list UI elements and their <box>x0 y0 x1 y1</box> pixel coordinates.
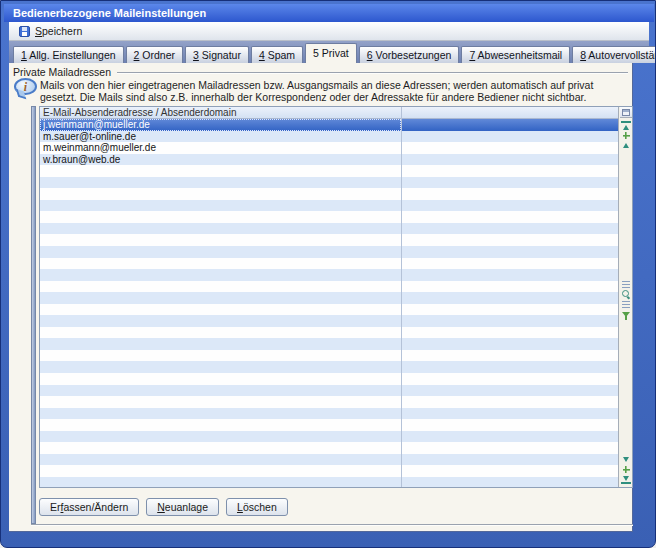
column-picker-icon <box>622 109 630 116</box>
table-column-header[interactable]: E-Mail-Absenderadresse / Absenderdomain <box>40 107 618 119</box>
table-row[interactable]: w.braun@web.de <box>40 154 618 166</box>
info-text: Mails von den hier eingetragenen Mailadr… <box>40 79 593 103</box>
table-row-empty[interactable] <box>40 177 618 189</box>
button-erfassen-ändern[interactable]: Erfassen/Ändern <box>39 498 139 516</box>
table-row-empty[interactable] <box>40 338 618 350</box>
scroll-down-icon[interactable] <box>621 455 631 464</box>
filter-icon[interactable] <box>621 310 631 319</box>
groupbox-header: Private Mailadressen <box>13 66 628 78</box>
table-row[interactable]: j.weinmann@mueller.de <box>40 119 618 131</box>
table-row-empty[interactable] <box>40 269 618 281</box>
table-scrollbar[interactable] <box>618 107 632 487</box>
table-row-empty[interactable] <box>40 246 618 258</box>
tab-abwesenheitsmail[interactable]: 7 Abwesenheitsmail <box>461 46 570 63</box>
table-row[interactable]: m.weinmann@mueller.de <box>40 142 618 154</box>
list-view-icon[interactable] <box>621 300 631 309</box>
table-row-empty[interactable] <box>40 465 618 477</box>
tab-autovervollständigung[interactable]: 8 Autovervollständigung <box>572 46 656 63</box>
table-row-empty[interactable] <box>40 350 618 362</box>
table-row-empty[interactable] <box>40 200 618 212</box>
table-row-empty[interactable] <box>40 442 618 454</box>
scroll-up-icon[interactable] <box>621 141 631 150</box>
table-row-empty[interactable] <box>40 408 618 420</box>
button-neuanlage[interactable]: Neuanlage <box>146 498 219 516</box>
column-picker-button[interactable] <box>620 107 632 118</box>
tab-signatur[interactable]: 3 Signatur <box>185 46 249 63</box>
scroll-to-top-icon[interactable] <box>621 121 631 130</box>
window-title: Bedienerbezogene Maileinstellungen <box>13 7 206 19</box>
add-row-up-icon[interactable] <box>621 131 631 140</box>
tab-strip: 1 Allg. Einstellungen2 Ordner3 Signatur4… <box>9 41 649 63</box>
dialog-window: Bedienerbezogene Maileinstellungen Speic… <box>0 0 656 548</box>
selected-row-focus <box>40 119 401 131</box>
table-row-empty[interactable] <box>40 385 618 397</box>
table-row-empty[interactable] <box>40 361 618 373</box>
toolbar: Speichern <box>9 22 649 41</box>
table-row-empty[interactable] <box>40 327 618 339</box>
table-row-empty[interactable] <box>40 396 618 408</box>
info-text-line1: Mails von den hier eingetragenen Mailadr… <box>40 79 593 91</box>
column-divider[interactable] <box>401 107 402 487</box>
save-button-label: Speichern <box>35 25 82 37</box>
groupbox-title: Private Mailadressen <box>13 66 111 78</box>
table-row-empty[interactable] <box>40 454 618 466</box>
title-bar: Bedienerbezogene Maileinstellungen <box>4 4 654 22</box>
save-floppy-icon <box>19 26 30 37</box>
table-row-empty[interactable] <box>40 258 618 270</box>
tab-privat[interactable]: 5 Privat <box>305 43 357 63</box>
groupbox-bottom-line <box>31 524 633 526</box>
tab-panel-privat: Private Mailadressen i Mails von den hie… <box>9 63 633 532</box>
table-row-empty[interactable] <box>40 373 618 385</box>
groupbox-top-line <box>117 72 628 74</box>
save-button[interactable]: Speichern <box>15 23 89 39</box>
add-row-down-icon[interactable] <box>621 465 631 474</box>
info-bubble-icon: i <box>14 78 37 97</box>
table-row-empty[interactable] <box>40 165 618 177</box>
table-body: j.weinmann@mueller.dem.sauer@t-online.de… <box>40 119 618 487</box>
email-table: E-Mail-Absenderadresse / Absenderdomain … <box>39 106 633 488</box>
info-text-line2: gesetzt. Die Mails sind also z.B. innerh… <box>40 91 593 103</box>
table-row-empty[interactable] <box>40 281 618 293</box>
table-row-empty[interactable] <box>40 419 618 431</box>
vertical-splitter[interactable] <box>31 106 36 524</box>
table-row-empty[interactable] <box>40 188 618 200</box>
table-row-empty[interactable] <box>40 223 618 235</box>
table-row-empty[interactable] <box>40 431 618 443</box>
action-button-row: Erfassen/ÄndernNeuanlageLöschen <box>39 498 288 516</box>
tab-ordner[interactable]: 2 Ordner <box>126 46 183 63</box>
table-row-empty[interactable] <box>40 211 618 223</box>
tab-vorbesetzungen[interactable]: 6 Vorbesetzungen <box>359 46 460 63</box>
table-row-empty[interactable] <box>40 315 618 327</box>
grid-view-icon[interactable] <box>621 280 631 289</box>
tab-spam[interactable]: 4 Spam <box>251 46 303 63</box>
table-row[interactable]: m.sauer@t-online.de <box>40 131 618 143</box>
scroll-to-bottom-icon[interactable] <box>621 475 631 484</box>
table-row-empty[interactable] <box>40 292 618 304</box>
search-icon[interactable] <box>621 290 631 299</box>
table-row-empty[interactable] <box>40 477 618 487</box>
tab-allg-einstellungen[interactable]: 1 Allg. Einstellungen <box>13 46 124 63</box>
table-row-empty[interactable] <box>40 304 618 316</box>
button-löschen[interactable]: Löschen <box>226 498 288 516</box>
table-row-empty[interactable] <box>40 234 618 246</box>
